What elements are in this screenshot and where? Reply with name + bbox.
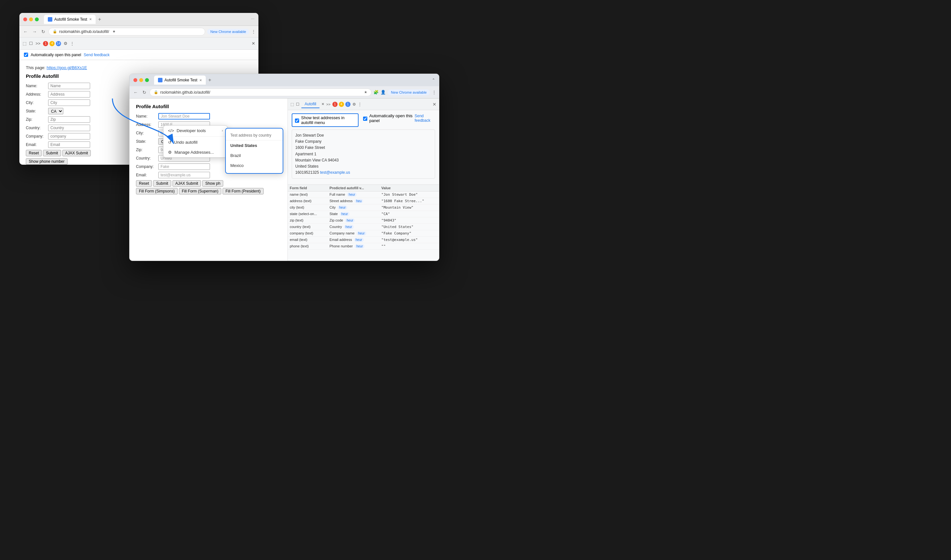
minimize-traffic-light[interactable] [29, 17, 33, 21]
table-cell-field: address (text) [288, 198, 328, 205]
front-addr-email: test@example.us [320, 170, 350, 175]
front-send-feedback-link[interactable]: Send feedback [415, 114, 435, 123]
table-row: email (text) Email address heur "test@ex… [288, 237, 439, 243]
front-address-bar[interactable]: 🔒 rsolomakhin.github.io/autofill/ ★ [149, 88, 371, 96]
back-devtools-close-icon[interactable]: ✕ [252, 41, 255, 46]
front-fill-simpsons-btn[interactable]: Fill Form (Simpsons) [136, 188, 178, 194]
front-company-input[interactable] [158, 163, 210, 170]
front-dt-kebab-icon[interactable]: ⋮ [358, 102, 362, 106]
test-address-mexico[interactable]: Mexico [226, 160, 283, 171]
front-dt-close-autofill-icon[interactable]: ✕ [322, 102, 324, 106]
table-cell-value: "1600 Fake Stree..." [380, 198, 439, 205]
front-reload-btn[interactable]: ↻ [141, 88, 148, 96]
heur-badge: heur [357, 231, 366, 235]
new-tab-icon[interactable]: + [98, 17, 101, 22]
table-cell-predicted: State heur [328, 211, 380, 217]
front-close-tl[interactable] [134, 78, 137, 82]
test-address-united-states[interactable]: United States [226, 140, 283, 151]
front-back-btn[interactable]: ← [132, 88, 139, 96]
front-email-input[interactable] [158, 172, 210, 178]
back-devtools-kebab-icon[interactable]: ⋮ [70, 41, 74, 46]
close-traffic-light[interactable] [23, 17, 27, 21]
front-addr-phone-email: 16019521325 test@example.us [295, 169, 432, 176]
back-titlebar: Autofill Smoke Test ✕ + ⋯ [19, 13, 259, 26]
front-fullscreen-tl[interactable] [145, 78, 149, 82]
front-show-phone-btn[interactable]: Show ph [202, 180, 223, 187]
back-email-input[interactable] [48, 142, 90, 148]
front-tab-close-icon[interactable]: ✕ [199, 78, 202, 82]
front-dt-settings-icon[interactable]: ⚙ [352, 102, 356, 106]
table-cell-value: "Fake Company" [380, 230, 439, 237]
back-auto-open-checkbox[interactable] [24, 52, 28, 57]
front-reset-btn[interactable]: Reset [136, 180, 152, 187]
table-row: address (text) Street address heu "1600 … [288, 198, 439, 205]
table-cell-predicted: Street address heu [328, 198, 380, 205]
front-dt-msg-badge: 1 [345, 102, 351, 107]
front-menu-icon[interactable]: ⋮ [432, 90, 436, 95]
back-zip-input[interactable] [48, 116, 90, 123]
heur-badge: heur [340, 212, 349, 216]
context-manage-addresses-item[interactable]: ⚙ Manage Addresses... [163, 147, 228, 157]
front-dt-autofill-tab[interactable]: Autofill [302, 100, 320, 108]
table-cell-predicted: City heur [328, 205, 380, 211]
context-undo-autofill-item[interactable]: ↺ Undo autofill [163, 137, 228, 147]
front-extensions-icon[interactable]: 🧩 [374, 90, 379, 95]
front-new-tab-icon[interactable]: + [208, 77, 211, 83]
back-page-link-row: This page: https://goo.gl/B6Xs1E [26, 65, 252, 70]
front-profile-icon[interactable]: 👤 [380, 90, 386, 95]
back-ajax-btn[interactable]: AJAX Submit [62, 150, 91, 156]
back-city-input[interactable] [48, 100, 90, 106]
front-auto-open-checkbox[interactable] [363, 117, 367, 121]
front-auto-open-label: Automatically open this panel [369, 113, 412, 123]
front-name-input[interactable] [158, 113, 210, 120]
tab-close-icon[interactable]: ✕ [89, 17, 92, 21]
front-ajax-btn[interactable]: AJAX Submit [172, 180, 201, 187]
back-company-input[interactable] [48, 133, 90, 140]
table-row: country (text) Country heur "United Stat… [288, 224, 439, 230]
front-new-chrome-badge[interactable]: New Chrome available [388, 89, 430, 95]
front-autofill-panel: Show test addresses in autofill menu Aut… [288, 110, 439, 185]
back-devtools-more-icon: >> [35, 41, 40, 46]
back-menu-icon[interactable]: ⋮ [251, 29, 256, 34]
front-fill-superman-btn[interactable]: Fill Form (Superman) [179, 188, 221, 194]
back-send-feedback-link[interactable]: Send feedback [84, 52, 109, 57]
back-page-link-anchor[interactable]: https://goo.gl/B6Xs1E [46, 65, 87, 70]
front-minimize-tl[interactable] [139, 78, 143, 82]
back-browser-tab[interactable]: Autofill Smoke Test ✕ [44, 15, 95, 24]
back-show-phone-btn[interactable]: Show phone number [26, 158, 68, 165]
back-address-label: Address: [26, 92, 47, 97]
context-developer-tools-item[interactable]: </> Developer tools › [163, 126, 228, 135]
front-dt-close-icon[interactable]: ✕ [432, 102, 436, 107]
front-dt-more-icon[interactable]: >> [326, 102, 331, 106]
back-reset-btn[interactable]: Reset [26, 150, 42, 156]
back-submit-btn[interactable]: Submit [43, 150, 61, 156]
front-show-test-addresses-row: Show test addresses in autofill menu Aut… [292, 113, 435, 127]
back-devtools-select-icon: ⬚ [23, 41, 26, 46]
back-country-input[interactable] [48, 125, 90, 131]
front-th-field: Form field [288, 185, 328, 192]
back-state-select[interactable]: CA [48, 108, 63, 114]
table-cell-field: name (text) [288, 192, 328, 198]
back-address-input[interactable] [48, 91, 90, 97]
table-row: city (text) City heur "Mountain View" [288, 205, 439, 211]
heur-badge: heur [355, 244, 365, 248]
context-menu[interactable]: </> Developer tools › ↺ Undo autofill ⚙ … [163, 125, 228, 158]
forward-button[interactable]: → [31, 28, 38, 35]
front-fill-president-btn[interactable]: Fill Form (President) [223, 188, 263, 194]
front-show-test-addresses-checkbox[interactable] [295, 118, 299, 123]
fullscreen-traffic-light[interactable] [35, 17, 39, 21]
reload-button[interactable]: ↻ [40, 28, 46, 35]
front-submit-btn[interactable]: Submit [153, 180, 171, 187]
back-address-bar[interactable]: 🔒 rsolomakhin.github.io/autofill/ ★ [48, 28, 205, 35]
back-settings-icon[interactable]: ⚙ [64, 41, 68, 46]
back-auto-open-bar: Automatically open this panel Send feedb… [19, 50, 259, 60]
back-new-chrome-badge[interactable]: New Chrome available [207, 29, 249, 35]
table-cell-predicted: Phone number heur [328, 243, 380, 250]
back-button[interactable]: ← [22, 28, 29, 35]
tab-favicon [48, 17, 52, 22]
test-address-dropdown[interactable]: Test address by country United States Br… [225, 128, 283, 174]
front-browser-tab[interactable]: Autofill Smoke Test ✕ [154, 75, 206, 85]
test-address-brazil[interactable]: Brazil [226, 151, 283, 160]
back-name-input[interactable] [48, 83, 90, 89]
front-show-test-addresses-highlight: Show test addresses in autofill menu [292, 113, 359, 127]
